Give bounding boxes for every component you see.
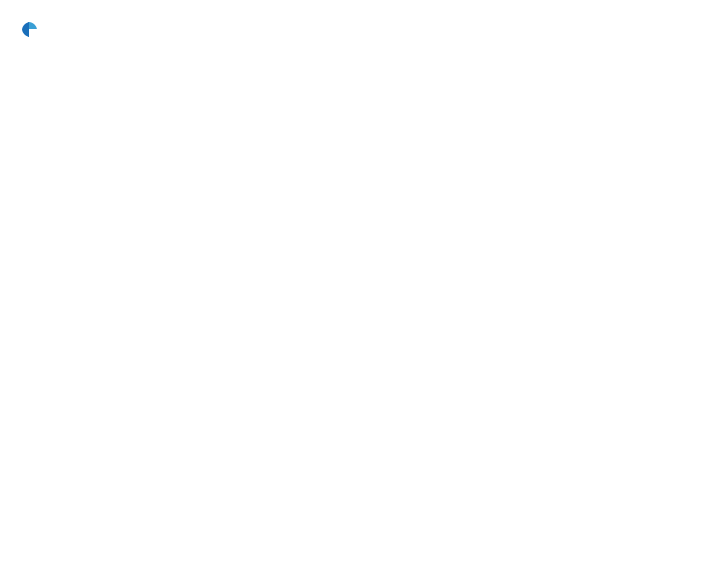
logo-icon	[18, 18, 40, 40]
page-header	[18, 18, 710, 40]
logo	[18, 18, 44, 40]
